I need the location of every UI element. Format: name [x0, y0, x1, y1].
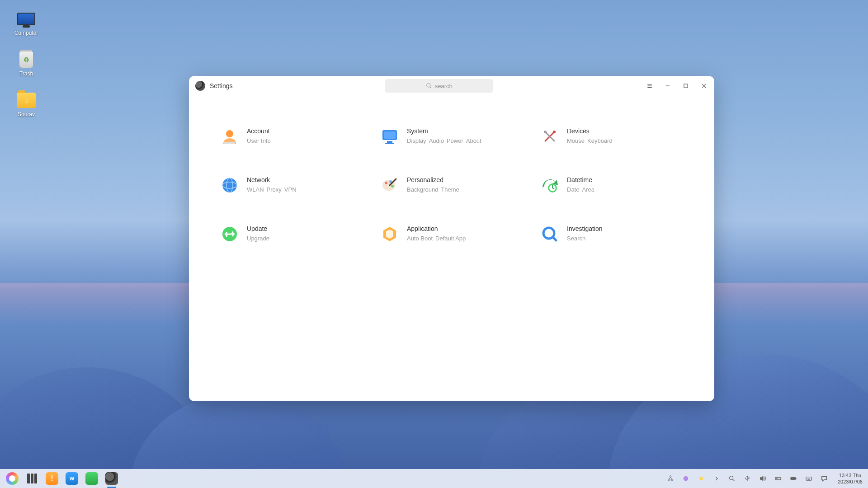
svg-line-35	[553, 237, 556, 240]
settings-item-sub[interactable]: Background	[407, 186, 438, 193]
investigation-icon	[541, 225, 559, 243]
settings-item-datetime[interactable]: Datetime Date Area	[541, 176, 683, 194]
settings-item-sub[interactable]: Search	[567, 235, 585, 242]
maximize-icon	[683, 83, 689, 89]
settings-item-system[interactable]: System Display Audio Power About	[381, 127, 523, 145]
svg-rect-12	[384, 131, 396, 139]
settings-item-sub[interactable]: Auto Boot	[407, 235, 433, 242]
svg-point-43	[699, 477, 703, 480]
task-view-button[interactable]	[25, 472, 39, 485]
taskbar-left: ! W	[5, 472, 118, 485]
tray-search-icon[interactable]	[727, 474, 736, 483]
taskbar-app-1[interactable]: !	[45, 472, 59, 485]
settings-item-title: Devices	[567, 127, 613, 135]
tray-apps-icon[interactable]	[666, 474, 675, 483]
taskbar-clock[interactable]: 13:43 Thu 2023/07/06	[838, 472, 863, 485]
trash-icon: ♻	[16, 51, 36, 69]
menu-button[interactable]	[646, 82, 654, 90]
settings-item-account[interactable]: Account User Info	[221, 127, 363, 145]
devices-icon	[541, 127, 559, 145]
settings-item-sub[interactable]: Area	[582, 186, 594, 193]
computer-icon	[16, 10, 36, 28]
network-icon	[221, 176, 239, 194]
svg-marker-46	[760, 476, 763, 480]
tray-notification-icon[interactable]	[820, 474, 829, 483]
update-icon	[221, 225, 239, 243]
taskbar-right: 13:43 Thu 2023/07/06	[666, 472, 863, 485]
settings-item-sub[interactable]: Mouse	[567, 137, 585, 144]
minimize-button[interactable]	[664, 82, 672, 90]
settings-item-title: System	[407, 127, 481, 135]
settings-item-sub[interactable]: Display	[407, 137, 426, 144]
svg-rect-51	[791, 478, 795, 479]
settings-window: Settings search	[189, 76, 714, 401]
settings-item-sub[interactable]: VPN	[284, 186, 297, 193]
settings-item-investigation[interactable]: Investigation Search	[541, 225, 683, 243]
settings-item-title: Personalized	[407, 176, 459, 183]
svg-rect-47	[775, 477, 781, 479]
svg-rect-6	[684, 84, 688, 88]
settings-item-title: Datetime	[567, 176, 594, 183]
search-placeholder: search	[435, 83, 453, 89]
maximize-button[interactable]	[682, 82, 690, 90]
menu-icon	[646, 83, 653, 89]
window-titlebar[interactable]: Settings search	[189, 76, 714, 96]
settings-item-sub[interactable]: Keyboard	[587, 137, 613, 144]
settings-item-application[interactable]: Application Auto Boot Default App	[381, 225, 523, 243]
desktop-icon-trash[interactable]: ♻ Trash	[8, 51, 44, 77]
taskbar-app-2[interactable]: W	[65, 472, 79, 485]
svg-point-18	[544, 131, 547, 133]
svg-line-40	[670, 477, 672, 479]
svg-point-9	[226, 130, 233, 137]
svg-line-45	[733, 479, 735, 481]
svg-point-25	[391, 185, 394, 188]
application-icon	[381, 225, 399, 243]
settings-item-sub[interactable]: About	[466, 137, 481, 144]
desktop-icons: Computer ♻ Trash Sourav	[8, 10, 44, 117]
tray-expand-icon[interactable]	[712, 474, 721, 483]
svg-point-42	[684, 476, 689, 481]
taskbar: ! W 13:43 Thu 2023/07/06	[0, 469, 868, 488]
settings-item-personalized[interactable]: Personalized Background Theme	[381, 176, 523, 194]
tray-battery-icon[interactable]	[789, 474, 798, 483]
settings-item-sub[interactable]: Proxy	[267, 186, 282, 193]
tray-network-icon[interactable]	[774, 474, 783, 483]
tray-weather-icon[interactable]	[697, 474, 706, 483]
settings-item-sub[interactable]: Power	[447, 137, 463, 144]
svg-point-0	[427, 84, 430, 87]
taskbar-app-settings[interactable]	[105, 472, 118, 485]
settings-item-title: Investigation	[567, 225, 603, 232]
tray-usb-icon[interactable]	[743, 474, 752, 483]
settings-item-sub[interactable]: Upgrade	[247, 235, 269, 242]
svg-point-17	[553, 131, 556, 133]
taskbar-app-3[interactable]	[85, 472, 99, 485]
personalized-icon	[381, 176, 399, 194]
tray-keyboard-icon[interactable]	[804, 474, 813, 483]
settings-item-sub[interactable]: User Info	[247, 137, 271, 144]
settings-item-sub[interactable]: Default App	[435, 235, 466, 242]
settings-item-sub[interactable]: Date	[567, 186, 579, 193]
clock-date: 2023/07/06	[838, 479, 863, 485]
settings-item-update[interactable]: Update Upgrade	[221, 225, 363, 243]
settings-item-devices[interactable]: Devices Mouse Keyboard	[541, 127, 683, 145]
desktop-icon-computer[interactable]: Computer	[8, 10, 44, 36]
svg-point-23	[385, 182, 387, 184]
settings-item-network[interactable]: Network WLAN Proxy VPN	[221, 176, 363, 194]
settings-item-title: Network	[247, 176, 297, 183]
settings-item-sub[interactable]: WLAN	[247, 186, 264, 193]
tray-volume-icon[interactable]	[758, 474, 767, 483]
system-icon	[381, 127, 399, 145]
start-menu-button[interactable]	[5, 472, 19, 485]
desktop-icon-home-folder[interactable]: Sourav	[8, 91, 44, 117]
account-icon	[221, 127, 239, 145]
search-input[interactable]: search	[385, 79, 493, 93]
svg-rect-14	[385, 143, 394, 144]
window-controls	[646, 82, 708, 90]
settings-item-sub[interactable]: Theme	[441, 186, 459, 193]
window-title: Settings	[210, 82, 233, 89]
tray-status-icon[interactable]	[681, 474, 690, 483]
svg-marker-33	[386, 230, 393, 239]
settings-item-sub[interactable]: Audio	[429, 137, 444, 144]
folder-icon	[16, 91, 36, 109]
close-button[interactable]	[700, 82, 708, 90]
